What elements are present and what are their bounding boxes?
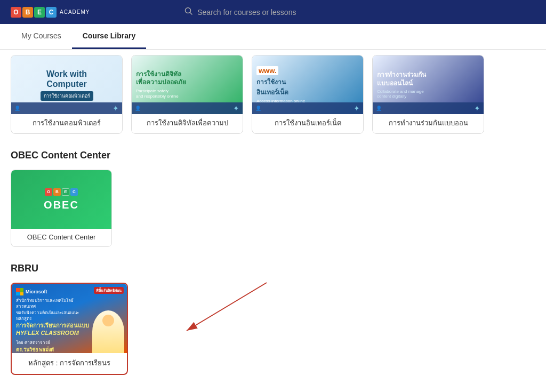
card3-bar: 👤 ✦	[252, 102, 363, 114]
course-card-3[interactable]: www. การใช้งานอินเทอร์เน็ต Access inform…	[252, 55, 364, 134]
main-content: Work withComputer การใช้งานคอมพิวเตอร์ 👤…	[0, 50, 546, 392]
card3-bar-icon-right: ✦	[354, 104, 360, 113]
obec-content-center-card[interactable]: O B E C OBEC OBEC Content Center	[11, 170, 112, 247]
card1-bar-icon-left: 👤	[14, 106, 20, 111]
course-cards-row: Work withComputer การใช้งานคอมพิวเตอร์ 👤…	[11, 55, 535, 134]
logo-letter-o: O	[11, 7, 21, 18]
card2-bar-icon-right: ✦	[233, 104, 239, 113]
course-card-1-image: Work withComputer การใช้งานคอมพิวเตอร์ 👤…	[11, 55, 122, 114]
search-input[interactable]	[197, 8, 357, 17]
obec-card-text: OBEC	[44, 199, 79, 211]
rbru-course-text: สำนักวิทยบริการและเทคโนโลยีสารสนเทศ ขอรั…	[16, 298, 91, 322]
card3-www: www.	[256, 66, 278, 75]
rbru-ms-label: Microsoft	[26, 289, 47, 294]
rbru-sticker: พิสิ้นรับสิทธิก่อน	[94, 287, 124, 294]
tab-my-courses[interactable]: My Courses	[11, 24, 72, 49]
svg-line-3	[187, 283, 267, 331]
card1-bar: 👤 ✦	[11, 102, 122, 114]
card2-subtitle-en: Participate safelyand responsibly online	[136, 89, 179, 100]
card4-bar-icon-right: ✦	[474, 104, 480, 113]
course-card-4-label: การทำงานร่วมกันแบบออน	[373, 114, 484, 133]
logo[interactable]: O B E C ACADEMY	[11, 7, 90, 18]
course-card-4[interactable]: การทำงานร่วมกันแบบออนไลน์ Collaborate an…	[372, 55, 484, 134]
card4-bar-icon-left: 👤	[376, 106, 382, 111]
header: O B E C ACADEMY	[0, 0, 546, 24]
rbru-course-card[interactable]: Microsoft สำนักวิทยบริการและเทคโนโลยีสาร…	[11, 283, 128, 375]
logo-letter-b: B	[22, 7, 33, 18]
card1-title-en: Work withComputer	[46, 69, 87, 89]
rbru-section-title: RBRU	[11, 263, 535, 274]
rbru-section: Microsoft สำนักวิทยบริการและเทคโนโลยีสาร…	[11, 283, 535, 386]
card4-title-th: การทำงานร่วมกันแบบออนไลน์	[377, 71, 426, 87]
obec-card-logo: O B E C	[45, 188, 78, 196]
card4-subtitle-en: Collaborate and managecontent digitally	[377, 89, 424, 99]
card1-title-th: การใช้งานคอมพิวเตอร์	[41, 91, 93, 101]
card3-title-th: การใช้งานอินเทอร์เน็ต	[256, 77, 288, 97]
card2-title-th: การใช้งานดิจิทัลเพื่อความปลอดภัย	[136, 70, 186, 87]
search-container	[184, 7, 451, 18]
card3-bar-icon-left: 👤	[255, 106, 261, 111]
course-card-3-image: www. การใช้งานอินเทอร์เน็ต Access inform…	[252, 55, 363, 114]
card2-bar-icon-left: 👤	[135, 106, 141, 111]
card1-bar-icon-right: ✦	[113, 104, 119, 113]
course-card-2-image: การใช้งานดิจิทัลเพื่อความปลอดภัย Partici…	[132, 55, 243, 114]
logo-letter-e: E	[34, 7, 45, 18]
logo-letter-c: C	[46, 7, 57, 18]
rbru-course-title: การจัดการเรียนการสอนแบบ HYFLEX CLASSROOM	[16, 322, 91, 337]
svg-line-1	[190, 12, 192, 14]
tab-course-library[interactable]: Course Library	[72, 24, 147, 49]
card2-bar: 👤 ✦	[132, 102, 243, 114]
obec-section-title: OBEC Content Center	[11, 150, 535, 161]
rbru-ms-logo	[16, 288, 23, 295]
search-icon	[184, 7, 193, 18]
nav-tabs: My Courses Course Library	[0, 24, 546, 50]
rbru-card-label: หลักสูตร : การจัดการเรียนร	[12, 353, 127, 374]
obec-card-label: OBEC Content Center	[11, 229, 111, 246]
rbru-card-image: Microsoft สำนักวิทยบริการและเทคโนโลยีสาร…	[12, 284, 127, 353]
course-card-1-label: การใช้งานคอมพิวเตอร์	[11, 114, 122, 133]
course-card-1[interactable]: Work withComputer การใช้งานคอมพิวเตอร์ 👤…	[11, 55, 123, 134]
card4-bar: 👤 ✦	[373, 102, 484, 114]
course-card-3-label: การใช้งานอินเทอร์เน็ต	[252, 114, 363, 133]
rbru-person	[90, 284, 127, 353]
obec-card-image: O B E C OBEC	[11, 170, 111, 229]
course-card-4-image: การทำงานร่วมกันแบบออนไลน์ Collaborate an…	[373, 55, 484, 114]
logo-subtitle: ACADEMY	[60, 9, 90, 15]
course-card-2-label: การใช้งานดิจิทัลเพื่อความป	[132, 114, 243, 133]
course-card-2[interactable]: การใช้งานดิจิทัลเพื่อความปลอดภัย Partici…	[131, 55, 243, 134]
